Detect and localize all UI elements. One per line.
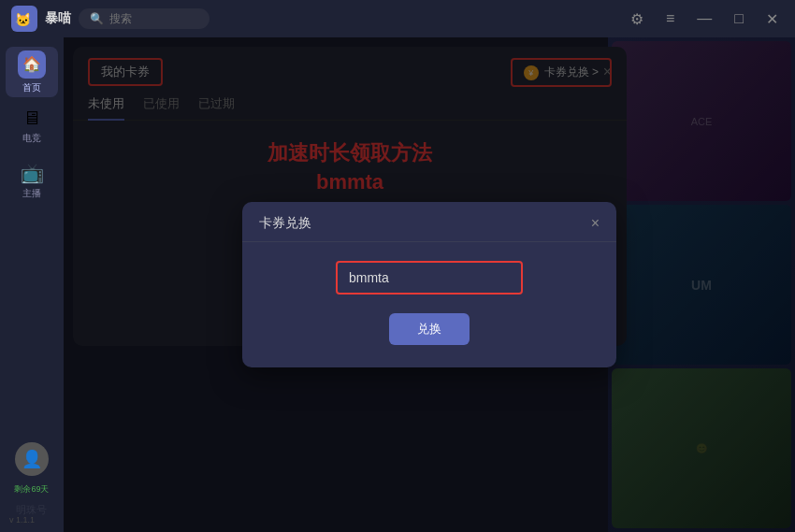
settings-button[interactable]: ⚙ [625,8,649,30]
logo-icon: 🐱 [11,6,37,32]
avatar[interactable]: 👤 [15,442,49,476]
sidebar-streamer-label: 主播 [22,187,41,200]
svg-text:🐱: 🐱 [15,12,32,28]
streamer-icon: 📺 [21,162,44,184]
modal-close-button[interactable]: × [591,215,600,232]
sidebar-item-gaming[interactable]: 🖥 电竞 [6,101,58,151]
modal-header: 卡券兑换 × [242,202,616,242]
minimize-button[interactable]: — [691,8,717,29]
modal-overlay: 卡券兑换 × 兑换 [64,37,795,532]
main-layout: 🏠 首页 🖥 电竞 📺 主播 👤 剩余69天 明珠号 ACE UM [0,37,795,532]
home-icon: 🏠 [18,50,46,79]
titlebar-right: ⚙ ≡ — □ ✕ [625,8,784,30]
search-icon: 🔍 [90,12,104,25]
close-button[interactable]: ✕ [760,8,784,30]
menu-button[interactable]: ≡ [660,8,680,29]
app-name: 暴喵 [45,10,71,27]
content-area: ACE UM 😊 我的卡券 × 未使用 已使用 已过期 [64,37,795,532]
exchange-modal: 卡券兑换 × 兑换 [242,202,616,367]
sidebar-home-label: 首页 [22,81,41,94]
coupon-input[interactable] [336,261,523,295]
search-input[interactable] [109,12,203,25]
titlebar: 🐱 暴喵 🔍 ⚙ ≡ — □ ✕ [0,0,795,37]
sidebar: 🏠 首页 🖥 电竞 📺 主播 👤 剩余69天 明珠号 [0,37,64,532]
version-label: v 1.1.1 [9,515,35,525]
sidebar-item-home[interactable]: 🏠 首页 [6,47,58,97]
monitor-icon: 🖥 [22,108,41,129]
sidebar-item-streamer[interactable]: 📺 主播 [6,155,58,206]
remaining-days: 剩余69天 [14,483,49,496]
exchange-submit-button[interactable]: 兑换 [389,313,470,345]
maximize-button[interactable]: □ [729,8,749,29]
search-bar[interactable]: 🔍 [79,8,210,29]
modal-body: 兑换 [242,242,616,367]
modal-title: 卡券兑换 [259,215,311,232]
sidebar-gaming-label: 电竞 [22,132,41,145]
sidebar-bottom: 👤 剩余69天 明珠号 [14,442,49,517]
titlebar-left: 🐱 暴喵 🔍 [11,6,210,32]
